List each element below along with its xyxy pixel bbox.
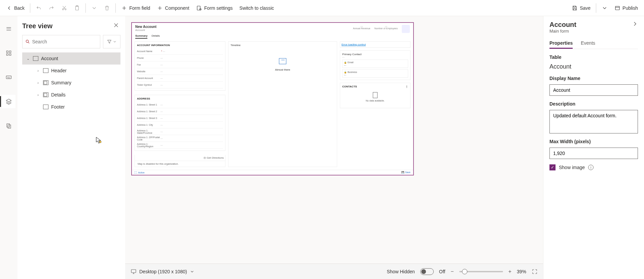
field-account-name[interactable]: Account Name*--- [137,48,223,55]
show-image-checkbox[interactable]: ✓ Show image i [549,164,638,170]
svg-rect-7 [6,51,8,52]
canvas-tab-details[interactable]: Details [151,34,159,39]
save-icon [572,5,578,11]
field-ticker[interactable]: Ticker Symbol--- [137,82,223,88]
canvas-tab-summary[interactable]: Summary [135,34,147,39]
zoom-out-button[interactable]: − [451,269,454,275]
chevron-right-icon: › [36,81,40,85]
form-canvas[interactable]: New Account Account ---Annual Revenue --… [131,22,414,175]
device-selector[interactable]: Desktop (1920 x 1080) [131,269,194,275]
paste-button[interactable] [71,3,83,13]
undo-button[interactable] [32,3,45,13]
show-hidden-toggle[interactable] [420,268,434,275]
zoom-in-button[interactable]: + [508,269,511,275]
timeline-icon [279,58,286,64]
tree-search-input[interactable] [32,39,97,44]
zoom-slider[interactable] [459,271,503,272]
tab-events[interactable]: Events [581,38,595,49]
field-addr-country[interactable]: Address 1: Country/Region--- [137,142,223,149]
rail-components[interactable] [2,46,15,60]
cut-button[interactable] [58,3,71,13]
cut-icon [61,5,67,11]
svg-point-5 [200,8,201,10]
rail-tree-view[interactable] [2,95,15,108]
fit-to-screen-icon[interactable] [532,269,538,275]
back-button[interactable]: Back [3,3,28,13]
chevron-down-icon [113,40,117,44]
publish-button[interactable]: Publish [611,3,641,13]
field-business[interactable]: 🔒 Business--- [342,69,408,78]
section-timeline[interactable]: Timeline Almost there [228,41,337,167]
paste-dropdown[interactable] [88,3,101,13]
tree-node-header[interactable]: › Header [22,65,120,77]
field-fax[interactable]: Fax--- [137,62,223,68]
save-status-icon[interactable]: 💾 [401,171,404,173]
rail-fields[interactable]: Abc [2,71,15,84]
save-button[interactable]: Save [568,3,594,13]
props-subtitle: Main form [549,29,576,34]
expand-icon[interactable]: ⛶ [135,171,137,174]
tree-node-label: Details [51,92,66,97]
tree-node-label: Summary [51,80,71,85]
field-addr-street1[interactable]: Address 1: Street 1--- [137,102,223,108]
tree-node-details[interactable]: › Details [22,89,120,101]
metric-value: --- [374,25,398,27]
delete-button[interactable] [101,3,113,13]
section-title: ACCOUNT INFORMATION [137,44,223,47]
close-icon [113,22,119,28]
save-dropdown[interactable] [598,3,611,13]
primary-contact-title: Primary Contact [342,53,408,56]
label-table: Table [549,54,638,60]
tab-icon [43,92,48,97]
tree-filter-button[interactable] [103,35,120,48]
section-icon [43,68,48,73]
field-phone[interactable]: Phone--- [137,55,223,62]
switch-classic-button[interactable]: Switch to classic [236,3,278,13]
field-addr-city[interactable]: Address 1: City--- [137,122,223,128]
chevron-down-icon [602,5,608,11]
tree-search-box[interactable] [22,35,100,48]
section-primary-contact[interactable]: Primary Contact --- 🔒 Email--- 🔒 Busines… [340,50,410,80]
field-addr-zip[interactable]: Address 1: ZIP/Postal Code--- [137,135,223,142]
control-error-card[interactable]: Error loading control [340,41,410,48]
section-account-info[interactable]: ACCOUNT INFORMATION Account Name*--- Pho… [135,41,225,91]
add-component-button[interactable]: Component [153,3,192,13]
filter-icon [107,39,112,44]
input-description[interactable] [549,110,638,133]
tab-icon [43,80,48,85]
info-icon[interactable]: i [588,165,594,170]
field-website[interactable]: Website--- [137,68,223,75]
tree-node-account[interactable]: ⌄ Account [22,52,120,65]
get-directions-link[interactable]: ◎ Get Directions [135,155,225,161]
search-icon [25,39,30,44]
field-parent-account[interactable]: Parent Account--- [137,75,223,82]
field-addr-state[interactable]: Address 1: State/Province--- [137,128,223,135]
tab-properties[interactable]: Properties [549,38,573,49]
field-email[interactable]: 🔒 Email--- [342,59,408,68]
left-rail: Abc [0,16,17,279]
form-settings-button[interactable]: Form settings [193,3,236,13]
svg-rect-8 [9,51,11,52]
tree-node-footer[interactable]: Footer [22,101,120,113]
redo-icon [48,5,55,11]
section-title: ADDRESS [137,97,223,100]
input-display-name[interactable] [549,84,638,96]
metric-value: --- [353,25,370,27]
collapse-panel-button[interactable] [632,21,638,28]
add-form-field-button[interactable]: Form field [118,3,153,13]
field-addr-street2[interactable]: Address 1: Street 2--- [137,108,223,115]
error-loading-control-link[interactable]: Error loading control [340,42,410,47]
switch-classic-label: Switch to classic [240,5,274,11]
redo-button[interactable] [45,3,58,13]
tree-node-summary[interactable]: › Summary [22,77,120,89]
rail-hamburger[interactable] [2,22,15,36]
section-address[interactable]: ADDRESS Address 1: Street 1--- Address 1… [135,95,225,151]
field-addr-street3[interactable]: Address 1: Street 3--- [137,115,223,122]
more-icon[interactable]: ⋮ [405,85,408,88]
close-tree-button[interactable] [112,21,120,31]
section-contacts[interactable]: CONTACTS ⋮ No data available. [340,83,410,108]
input-max-width[interactable] [549,148,638,159]
rail-form-libraries[interactable] [2,119,15,132]
tree-view-title: Tree view [22,22,52,30]
canvas-area[interactable]: New Account Account ---Annual Revenue --… [125,16,543,264]
